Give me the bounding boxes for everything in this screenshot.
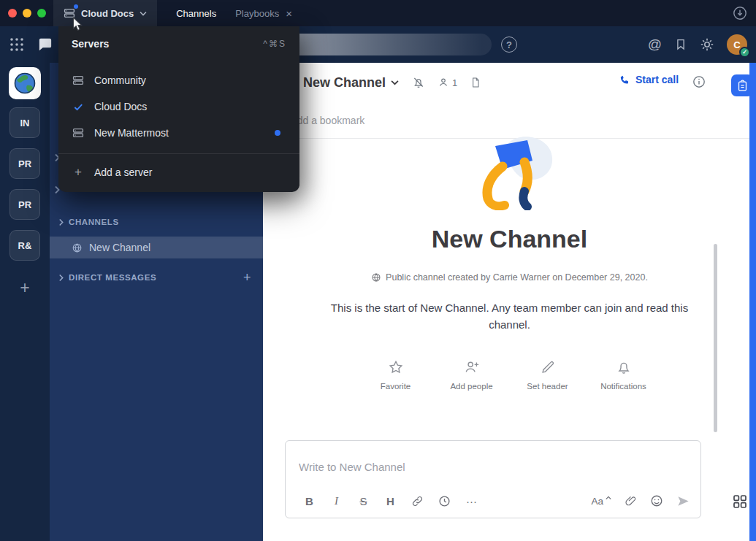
- bell-icon: [616, 359, 632, 375]
- right-app-bar: [749, 63, 756, 541]
- pencil-icon: [540, 359, 556, 375]
- close-window-button[interactable]: [8, 9, 17, 18]
- channel-intro-title: New Channel: [263, 225, 756, 253]
- link-icon[interactable]: [404, 490, 431, 512]
- caret-up-icon: [606, 496, 611, 500]
- dm-section-label: DIRECT MESSAGES: [69, 273, 156, 282]
- user-avatar[interactable]: C ✓: [727, 34, 747, 55]
- more-formatting-icon[interactable]: ···: [458, 490, 485, 512]
- section-chevron-icon: [58, 218, 64, 226]
- dropdown-title: Servers: [72, 38, 109, 50]
- team-button-2[interactable]: PR: [9, 148, 40, 179]
- menu-item-community[interactable]: Community: [58, 67, 299, 93]
- attach-file-icon[interactable]: [625, 495, 637, 507]
- dropdown-header: Servers ^⌘S: [58, 26, 299, 57]
- unread-dot: [275, 130, 280, 136]
- heading-button[interactable]: H: [377, 490, 404, 512]
- active-team-avatar[interactable]: [9, 67, 41, 99]
- emoji-icon[interactable]: [650, 494, 663, 507]
- menu-item-label: Community: [94, 74, 146, 86]
- phone-icon: [619, 74, 630, 85]
- globe-icon: [371, 272, 381, 283]
- bookmark-bar: + Add a bookmark: [263, 102, 756, 139]
- chevron-down-icon: [140, 11, 147, 16]
- product-switcher-icon[interactable]: [9, 37, 25, 53]
- channel-meta: Public channel created by Carrie Warner …: [263, 272, 756, 283]
- add-person-icon: [463, 359, 481, 375]
- direct-messages-section-header[interactable]: DIRECT MESSAGES +: [58, 272, 251, 283]
- playbooks-app-icon[interactable]: [731, 74, 753, 96]
- tab-playbooks-label: Playbooks: [235, 8, 279, 19]
- strikethrough-button[interactable]: S: [350, 490, 377, 512]
- menu-item-label: New Mattermost: [94, 127, 169, 139]
- message-input[interactable]: [286, 441, 700, 480]
- widget-grid-icon[interactable]: [733, 494, 747, 509]
- channel-info-icon[interactable]: [692, 75, 706, 88]
- channel-members-button[interactable]: 1: [438, 77, 457, 88]
- italic-button[interactable]: I: [323, 490, 350, 512]
- close-tab-icon[interactable]: ×: [286, 8, 292, 19]
- add-server-label: Add a server: [94, 166, 152, 178]
- downloads-icon[interactable]: [733, 6, 747, 20]
- composer-toolbar: B I S H ··· Aa: [286, 484, 700, 518]
- menu-item-new-mattermost[interactable]: New Mattermost: [58, 120, 299, 146]
- channel-intro: New Channel Public channel created by Ca…: [263, 136, 756, 391]
- window-controls: [0, 9, 53, 18]
- sidebar-item-new-channel[interactable]: New Channel: [50, 237, 263, 258]
- globe-team-icon: [12, 71, 37, 96]
- add-people-button[interactable]: Add people: [444, 359, 500, 391]
- search-input[interactable]: [289, 34, 492, 55]
- server-tab-label: Cloud Docs: [81, 8, 134, 19]
- tab-playbooks[interactable]: Playbooks ×: [235, 8, 292, 19]
- team-button-4[interactable]: R&: [9, 230, 40, 261]
- server-dropdown-button[interactable]: Cloud Docs: [53, 0, 157, 26]
- server-icon: [72, 74, 85, 86]
- message-composer: B I S H ··· Aa: [285, 440, 701, 518]
- clock-icon[interactable]: [431, 490, 458, 512]
- channel-name-label: New Channel: [89, 242, 150, 253]
- channel-intro-actions: Favorite Add people Set header Notificat…: [263, 359, 756, 391]
- server-unread-dot: [74, 4, 78, 9]
- add-people-label: Add people: [450, 382, 492, 391]
- mattermost-window: Cloud Docs Channels Playbooks × ? @: [0, 0, 756, 541]
- status-online-badge: ✓: [739, 47, 750, 58]
- scrollbar[interactable]: [714, 244, 717, 432]
- set-header-button[interactable]: Set header: [520, 359, 576, 391]
- channel-title-dropdown[interactable]: New Channel: [303, 75, 399, 91]
- tab-channels[interactable]: Channels: [176, 8, 216, 19]
- notifications-button[interactable]: Notifications: [596, 359, 652, 391]
- send-message-icon[interactable]: [676, 494, 690, 508]
- plus-icon: +: [72, 165, 85, 180]
- team-button-1[interactable]: IN: [9, 107, 40, 138]
- zoom-window-button[interactable]: [37, 9, 46, 18]
- channel-header: New Channel 1 Start call: [263, 63, 756, 102]
- chevron-down-icon: [391, 80, 399, 85]
- help-icon[interactable]: ?: [501, 37, 517, 53]
- channel-title-label: New Channel: [303, 75, 386, 91]
- text-format-toggle[interactable]: Aa: [591, 496, 611, 507]
- add-team-button[interactable]: +: [9, 277, 40, 298]
- member-icon: [438, 77, 449, 88]
- dropdown-shortcut: ^⌘S: [263, 39, 286, 49]
- saved-posts-icon[interactable]: [674, 38, 687, 51]
- main-content: New Channel 1 Start call: [263, 63, 756, 541]
- settings-gear-icon[interactable]: [700, 37, 714, 52]
- add-bookmark-label[interactable]: Add a bookmark: [290, 115, 364, 126]
- files-icon[interactable]: [470, 77, 481, 88]
- globe-channel-icon: [72, 242, 83, 253]
- minimize-window-button[interactable]: [23, 9, 31, 18]
- titlebar: Cloud Docs Channels Playbooks ×: [0, 0, 756, 26]
- channels-product-icon[interactable]: [37, 36, 53, 53]
- bold-button[interactable]: B: [296, 490, 323, 512]
- notifications-muted-icon[interactable]: [412, 76, 425, 89]
- favorite-button[interactable]: Favorite: [368, 359, 424, 391]
- team-button-3[interactable]: PR: [9, 189, 40, 220]
- menu-item-cloud-docs[interactable]: Cloud Docs: [58, 93, 299, 120]
- add-server-button[interactable]: + Add a server: [58, 158, 299, 186]
- mentions-icon[interactable]: @: [648, 37, 662, 53]
- start-call-button[interactable]: Start call: [619, 74, 679, 85]
- server-icon: [64, 7, 75, 19]
- channels-section-header[interactable]: CHANNELS: [58, 216, 251, 228]
- add-direct-message-icon[interactable]: +: [243, 270, 251, 285]
- help-label: ?: [506, 39, 512, 50]
